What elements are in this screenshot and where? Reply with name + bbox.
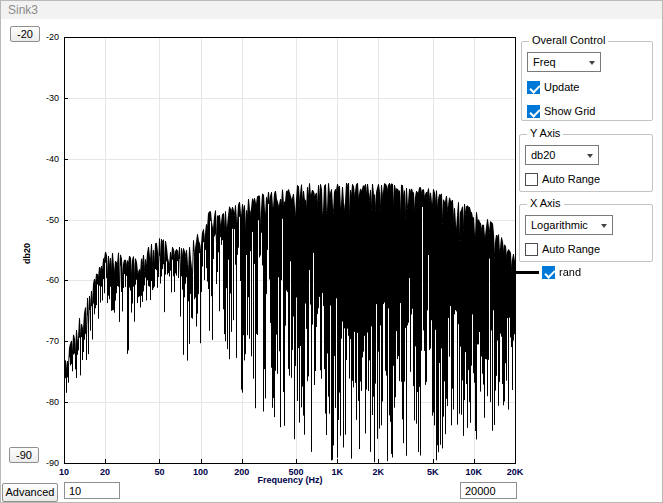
overall-control-group-title: Overall Control	[529, 34, 608, 46]
x-axis-group: X Axis Logarithmic Auto Range	[519, 204, 653, 262]
show-grid-checkbox[interactable]	[527, 105, 540, 118]
y-tick-label: -80	[35, 397, 59, 407]
dropdown-arrow-icon	[601, 224, 607, 228]
x-auto-range-checkbox-row[interactable]: Auto Range	[525, 242, 600, 256]
advanced-button[interactable]: Advanced	[2, 483, 58, 502]
window-titlebar[interactable]: Sink3	[1, 1, 662, 19]
spectrum-plot[interactable]	[64, 37, 516, 464]
update-checkbox-label: Update	[544, 81, 579, 93]
y-auto-range-checkbox[interactable]	[525, 173, 538, 186]
show-grid-checkbox-row[interactable]: Show Grid	[527, 104, 595, 118]
y-axis-tick-labels: -20-30-40-50-60-70-80-90	[35, 37, 59, 464]
y-auto-range-checkbox-label: Auto Range	[542, 173, 600, 185]
y-tick-label: -30	[35, 93, 59, 103]
update-checkbox[interactable]	[527, 81, 540, 94]
x-axis-scale-dropdown-value: Logarithmic	[531, 219, 588, 231]
update-checkbox-row[interactable]: Update	[527, 80, 579, 94]
y-axis-group: Y Axis db20 Auto Range	[519, 134, 653, 192]
x-axis-scale-dropdown[interactable]: Logarithmic	[525, 215, 613, 235]
window-title: Sink3	[8, 3, 38, 17]
y-tick-label: -40	[35, 154, 59, 164]
legend-line-swatch	[515, 271, 539, 274]
legend-rand-label: rand	[559, 266, 581, 278]
overall-control-group: Overall Control Freq Update Show Grid	[521, 41, 653, 121]
x-axis-group-title: X Axis	[527, 197, 564, 209]
x-auto-range-checkbox-label: Auto Range	[542, 243, 600, 255]
y-tick-label: -60	[35, 275, 59, 285]
y-axis-group-title: Y Axis	[527, 127, 563, 139]
y-auto-range-checkbox-row[interactable]: Auto Range	[525, 172, 600, 186]
y-axis-scale-dropdown-value: db20	[531, 149, 555, 161]
y-axis-label: db20	[22, 243, 32, 264]
y-tick-label: -70	[35, 336, 59, 346]
overall-control-dropdown-value: Freq	[533, 56, 556, 68]
y-tick-label: -50	[35, 215, 59, 225]
y-tick-label: -20	[35, 32, 59, 42]
y-axis-scale-dropdown[interactable]: db20	[525, 145, 599, 165]
x-axis-label: Frequency (Hz)	[64, 475, 516, 485]
dropdown-arrow-icon	[589, 61, 595, 65]
x-auto-range-checkbox[interactable]	[525, 243, 538, 256]
overall-control-dropdown[interactable]: Freq	[527, 52, 601, 72]
legend-rand: rand	[515, 265, 581, 279]
sink-window: Sink3 -20 -90 Advanced -20-30-40-50-60-7…	[0, 0, 663, 503]
legend-rand-checkbox[interactable]	[542, 266, 555, 279]
dropdown-arrow-icon	[587, 154, 593, 158]
show-grid-checkbox-label: Show Grid	[544, 105, 595, 117]
